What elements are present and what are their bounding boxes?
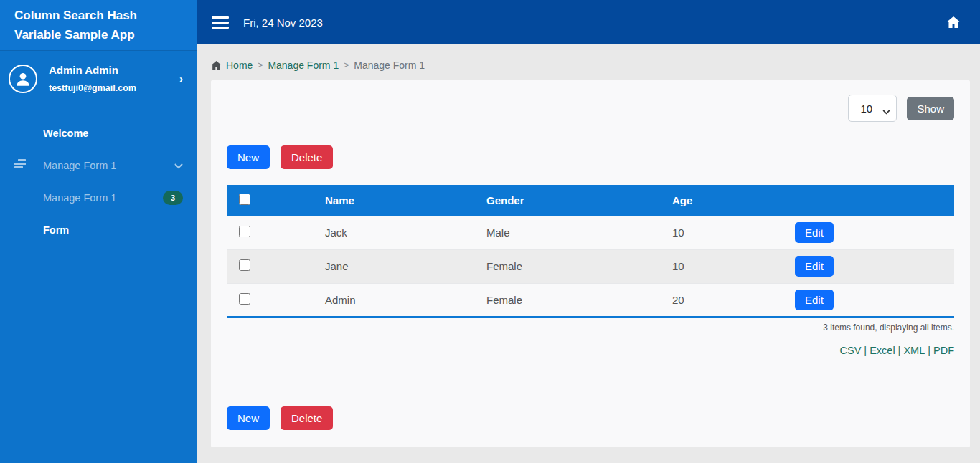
cell-age: 10	[665, 249, 788, 283]
sidebar-item-manage-form-1-parent[interactable]: Manage Form 1	[0, 149, 197, 181]
export-csv-link[interactable]: CSV	[840, 345, 862, 356]
delete-button[interactable]: Delete	[281, 406, 333, 430]
chevron-down-icon	[174, 160, 183, 171]
table-row: Jack Male 10 Edit	[227, 216, 954, 249]
cell-gender: Male	[479, 216, 665, 249]
sidebar: Column Search Hash Variable Sample App A…	[0, 0, 197, 463]
list-icon	[13, 159, 29, 171]
show-button[interactable]: Show	[907, 97, 954, 120]
content-area: Home > Manage Form 1 > Manage Form 1 10	[197, 44, 980, 463]
row-checkbox[interactable]	[239, 259, 250, 271]
page-size-select[interactable]: 10	[848, 95, 897, 122]
cell-name: Admin	[318, 283, 479, 317]
user-avatar-icon	[9, 65, 37, 93]
table-header-row: Name Gender Age	[227, 185, 954, 216]
sidebar-item-label: Form	[43, 224, 69, 236]
export-links: CSV|Excel|XML|PDF	[227, 345, 954, 356]
table-row: Admin Female 20 Edit	[227, 283, 954, 317]
hamburger-menu-icon[interactable]	[212, 14, 229, 32]
row-checkbox[interactable]	[239, 226, 250, 237]
sidebar-item-label: Manage Form 1	[43, 160, 116, 171]
records-panel: 10 Show New Delete	[211, 80, 970, 447]
sidebar-item-manage-form-1-child[interactable]: Manage Form 1 3	[0, 181, 197, 214]
export-excel-link[interactable]: Excel	[870, 345, 895, 356]
row-checkbox[interactable]	[239, 293, 250, 305]
user-menu[interactable]: Admin Admin testfuji0@gmail.com ›	[0, 51, 197, 108]
export-xml-link[interactable]: XML	[903, 345, 925, 356]
sidebar-menu: Welcome Manage Form 1 Manage Form 1 3	[0, 108, 197, 246]
cell-name: Jane	[318, 249, 479, 283]
new-button[interactable]: New	[227, 406, 270, 430]
export-pdf-link[interactable]: PDF	[933, 345, 954, 356]
user-name: Admin Admin	[49, 64, 179, 76]
breadcrumb-current: Manage Form 1	[354, 59, 425, 71]
edit-button[interactable]: Edit	[795, 222, 834, 243]
breadcrumb-manage-form-1[interactable]: Manage Form 1	[268, 59, 339, 71]
breadcrumb-separator: >	[344, 60, 349, 70]
cell-age: 20	[665, 283, 788, 317]
breadcrumb-home[interactable]: Home	[211, 59, 253, 71]
export-links-separator: |	[898, 345, 901, 356]
table-row: Jane Female 10 Edit	[227, 249, 954, 283]
breadcrumb-separator: >	[258, 60, 263, 70]
table-status: 3 items found, displaying all items.	[227, 323, 954, 333]
record-count-badge: 3	[163, 191, 183, 205]
cell-gender: Female	[479, 249, 665, 283]
topbar-date: Fri, 24 Nov 2023	[243, 16, 323, 29]
cell-name: Jack	[318, 216, 479, 249]
column-header-gender: Gender	[479, 185, 665, 216]
topbar: Fri, 24 Nov 2023	[197, 0, 980, 44]
export-links-separator: |	[864, 345, 867, 356]
column-header-age: Age	[665, 185, 788, 216]
sidebar-item-label: Manage Form 1	[43, 192, 116, 204]
sidebar-item-form[interactable]: Form	[0, 214, 197, 246]
chevron-right-icon: ›	[179, 72, 187, 85]
records-table: Name Gender Age Jack Male 10 Edit	[227, 185, 954, 318]
new-button[interactable]: New	[227, 145, 270, 169]
sidebar-item-welcome[interactable]: Welcome	[0, 117, 197, 149]
delete-button[interactable]: Delete	[281, 145, 333, 169]
home-icon	[211, 61, 222, 70]
edit-button[interactable]: Edit	[795, 256, 834, 277]
edit-button[interactable]: Edit	[795, 290, 834, 310]
app-title: Column Search Hash Variable Sample App	[0, 0, 197, 51]
select-all-checkbox[interactable]	[239, 194, 250, 205]
cell-gender: Female	[479, 283, 665, 317]
column-header-name: Name	[318, 185, 479, 216]
sidebar-item-label: Welcome	[43, 128, 88, 139]
user-email: testfuji0@gmail.com	[49, 83, 179, 93]
export-links-separator: |	[928, 345, 930, 356]
breadcrumb: Home > Manage Form 1 > Manage Form 1	[197, 44, 980, 71]
column-header-actions	[788, 185, 954, 216]
home-icon[interactable]	[947, 16, 960, 28]
cell-age: 10	[665, 216, 788, 249]
